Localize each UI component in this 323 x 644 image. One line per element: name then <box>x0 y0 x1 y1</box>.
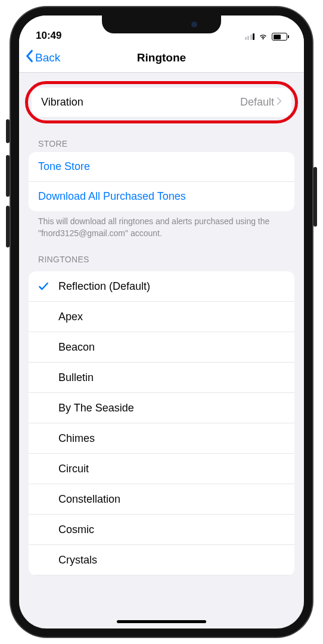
download-purchased-label: Download All Purchased Tones <box>38 190 186 203</box>
ringtone-item[interactable]: Beacon <box>29 332 294 363</box>
ringtone-label: Beacon <box>58 333 95 362</box>
vibration-value: Default <box>240 96 274 109</box>
ringtone-item[interactable]: Circuit <box>29 454 294 484</box>
chevron-right-icon <box>277 96 282 109</box>
vibration-highlight: Vibration Default <box>25 81 298 123</box>
page-title: Ringtone <box>19 51 304 64</box>
ringtone-label: Bulletin <box>58 363 94 392</box>
store-group: Tone Store Download All Purchased Tones <box>29 152 294 211</box>
ringtone-item[interactable]: Cosmic <box>29 515 294 545</box>
ringtone-label: Apex <box>58 302 83 332</box>
cellular-signal-icon <box>245 33 255 40</box>
phone-frame: 10:49 Back Ringtone <box>11 7 312 637</box>
notch <box>102 16 221 33</box>
home-indicator[interactable] <box>117 620 206 623</box>
ringtone-item[interactable]: Reflection (Default) <box>29 271 294 302</box>
ringtone-item[interactable]: By The Seaside <box>29 393 294 423</box>
status-time: 10:49 <box>36 30 61 42</box>
ringtone-label: Constellation <box>58 485 120 514</box>
ringtone-label: Crystals <box>58 546 97 575</box>
back-label: Back <box>35 51 60 64</box>
ringtone-item[interactable]: Bulletin <box>29 363 294 393</box>
tone-store-row[interactable]: Tone Store <box>29 152 294 182</box>
back-button[interactable]: Back <box>25 49 60 66</box>
status-right <box>245 32 288 42</box>
ringtones-header: RINGTONES <box>19 239 304 268</box>
tone-store-label: Tone Store <box>38 160 90 173</box>
content-scroll[interactable]: Vibration Default STORE Tone Store <box>19 73 304 611</box>
ringtone-item[interactable]: Chimes <box>29 423 294 454</box>
ringtone-label: Circuit <box>58 454 89 484</box>
ringtone-item[interactable]: Apex <box>29 302 294 332</box>
vibration-row[interactable]: Vibration Default <box>32 88 291 117</box>
ringtone-label: Chimes <box>58 424 95 453</box>
battery-icon <box>272 33 287 41</box>
chevron-left-icon <box>25 49 33 66</box>
wifi-icon <box>258 32 268 42</box>
screen: 10:49 Back Ringtone <box>19 16 304 628</box>
ringtone-item[interactable]: Crystals <box>29 545 294 575</box>
store-header: STORE <box>19 123 304 152</box>
ringtone-label: Cosmic <box>58 515 94 544</box>
ringtone-label: Reflection (Default) <box>58 272 150 301</box>
store-footer: This will download all ringtones and ale… <box>19 211 304 239</box>
ringtone-item[interactable]: Constellation <box>29 484 294 515</box>
vibration-label: Vibration <box>41 96 83 109</box>
ringtones-list: Reflection (Default)ApexBeaconBulletinBy… <box>29 271 294 575</box>
checkmark-icon <box>29 280 58 292</box>
ringtone-label: By The Seaside <box>58 394 134 423</box>
download-purchased-row[interactable]: Download All Purchased Tones <box>29 182 294 211</box>
nav-bar: Back Ringtone <box>19 43 304 73</box>
